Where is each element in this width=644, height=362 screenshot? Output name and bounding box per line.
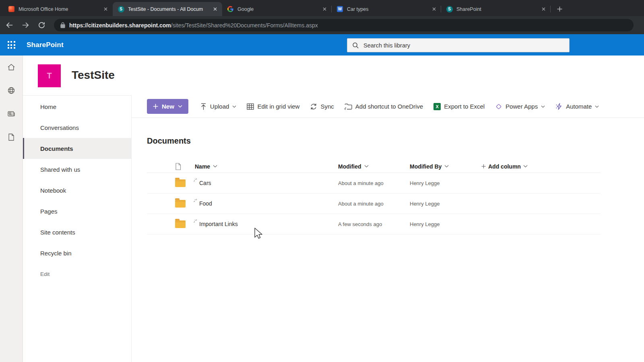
chevron-down-icon — [213, 165, 217, 168]
tab-title: Car types — [347, 6, 427, 12]
chevron-down-icon — [523, 165, 528, 168]
tab-office-home[interactable]: Microsoft Office Home — [3, 2, 113, 16]
grid-icon — [247, 103, 254, 110]
column-header-modified-by[interactable]: Modified By — [410, 163, 481, 170]
tab-title: SharePoint — [456, 6, 537, 12]
modified-by-cell: Henry Legge — [410, 201, 481, 207]
screen: Microsoft Office Home S TestSite - Docum… — [0, 0, 644, 362]
site-title[interactable]: TestSite — [72, 69, 115, 82]
table-row-important-links[interactable]: Important Links A few seconds ago Henry … — [147, 214, 601, 234]
library-content: New Upload Edit in grid view Sync Add sh… — [132, 95, 644, 362]
export-to-excel-button[interactable]: X Export to Excel — [429, 99, 489, 114]
tab-title: TestSite - Documents - All Docum — [128, 6, 208, 12]
chevron-down-icon — [364, 165, 369, 168]
tab-sharepoint[interactable]: S SharePoint — [441, 2, 551, 16]
command-label: Export to Excel — [444, 103, 485, 110]
column-label: Modified — [338, 163, 361, 170]
chevron-down-icon — [541, 105, 545, 108]
tab-title: Microsoft Office Home — [19, 6, 99, 12]
browser-toolbar: https://citizenbuilders.sharepoint.com/s… — [0, 16, 644, 34]
library-search-box[interactable] — [347, 38, 570, 52]
new-item-sparkle-icon — [193, 219, 198, 224]
document-icon[interactable] — [6, 133, 16, 142]
item-name-link[interactable]: Important Links — [199, 221, 238, 227]
nav-item-edit[interactable]: Edit — [23, 263, 131, 284]
tab-testsite-documents[interactable]: S TestSite - Documents - All Docum — [113, 2, 222, 16]
modified-cell: A few seconds ago — [338, 221, 410, 227]
item-name-link[interactable]: Cars — [199, 180, 211, 186]
folder-icon — [175, 220, 186, 228]
new-button[interactable]: New — [147, 99, 188, 114]
modified-by-cell: Henry Legge — [410, 180, 481, 186]
automate-button[interactable]: Automate — [551, 99, 603, 114]
power-apps-button[interactable]: Power Apps — [491, 99, 549, 114]
forward-button[interactable] — [19, 19, 32, 32]
edit-in-grid-view-button[interactable]: Edit in grid view — [242, 99, 304, 114]
nav-item-home[interactable]: Home — [23, 96, 131, 117]
add-shortcut-to-onedrive-button[interactable]: Add shortcut to OneDrive — [340, 99, 427, 114]
modified-cell: About a minute ago — [338, 180, 410, 186]
close-icon[interactable] — [540, 6, 547, 12]
close-icon[interactable] — [212, 6, 219, 12]
url-path: /sites/TestSite/Shared%20Documents/Forms… — [171, 22, 318, 29]
close-icon[interactable] — [321, 6, 328, 12]
nav-item-notebook[interactable]: Notebook — [23, 180, 131, 201]
search-input[interactable] — [363, 42, 564, 49]
file-type-column-header[interactable] — [175, 163, 195, 170]
chevron-down-icon — [444, 165, 449, 168]
new-tab-button[interactable] — [554, 3, 565, 14]
library-title: Documents — [147, 136, 644, 146]
app-launcher-button[interactable] — [0, 34, 23, 56]
folder-link-icon — [345, 103, 352, 110]
search-icon — [352, 42, 359, 49]
document-icon — [175, 163, 181, 170]
nav-item-documents[interactable]: Documents — [23, 138, 131, 159]
nav-label: Documents — [40, 145, 73, 152]
nav-item-site-contents[interactable]: Site contents — [23, 222, 131, 243]
folder-icon — [175, 200, 186, 208]
home-icon[interactable] — [6, 63, 16, 72]
globe-icon[interactable] — [6, 86, 16, 95]
nav-item-shared-with-us[interactable]: Shared with us — [23, 159, 131, 180]
table-header-row: Name Modified Modified By Add column — [147, 160, 601, 173]
column-label: Add column — [488, 163, 521, 170]
close-icon[interactable] — [102, 6, 109, 12]
modified-by-cell: Henry Legge — [410, 221, 481, 227]
column-header-modified[interactable]: Modified — [338, 163, 410, 170]
address-bar[interactable]: https://citizenbuilders.sharepoint.com/s… — [54, 19, 634, 31]
excel-icon: X — [433, 103, 441, 110]
table-row-cars[interactable]: Cars About a minute ago Henry Legge — [147, 173, 601, 193]
left-icon-rail — [0, 56, 23, 362]
column-header-name[interactable]: Name — [195, 163, 338, 170]
plus-icon — [481, 164, 486, 169]
url-domain: https://citizenbuilders.sharepoint.com — [69, 22, 171, 29]
modified-cell: About a minute ago — [338, 201, 410, 207]
tab-car-types[interactable]: W Car types — [332, 2, 441, 16]
news-icon[interactable] — [6, 109, 16, 118]
google-icon — [227, 6, 234, 12]
column-label: Modified By — [410, 163, 442, 170]
reload-button[interactable] — [35, 19, 48, 32]
nav-label: Edit — [40, 271, 50, 277]
site-header: T TestSite — [23, 56, 644, 95]
chevron-down-icon — [595, 105, 599, 108]
new-button-label: New — [162, 103, 174, 110]
nav-item-recycle-bin[interactable]: Recycle bin — [23, 243, 131, 263]
tab-google[interactable]: Google — [222, 2, 332, 16]
back-button[interactable] — [2, 19, 16, 32]
new-item-sparkle-icon — [193, 178, 198, 183]
nav-label: Conversations — [40, 124, 79, 131]
word-icon: W — [336, 6, 343, 12]
nav-item-pages[interactable]: Pages — [23, 201, 131, 222]
close-icon[interactable] — [431, 6, 438, 12]
site-navigation: Home Conversations Documents Shared with… — [23, 95, 132, 362]
sync-button[interactable]: Sync — [305, 99, 338, 114]
nav-item-conversations[interactable]: Conversations — [23, 117, 131, 138]
chevron-down-icon — [232, 105, 236, 108]
upload-button[interactable]: Upload — [196, 99, 241, 114]
item-name-link[interactable]: Food — [199, 200, 212, 207]
add-column-button[interactable]: Add column — [481, 163, 601, 170]
lock-icon — [60, 22, 65, 28]
table-row-food[interactable]: Food About a minute ago Henry Legge — [147, 193, 601, 214]
site-logo[interactable]: T — [38, 64, 61, 87]
